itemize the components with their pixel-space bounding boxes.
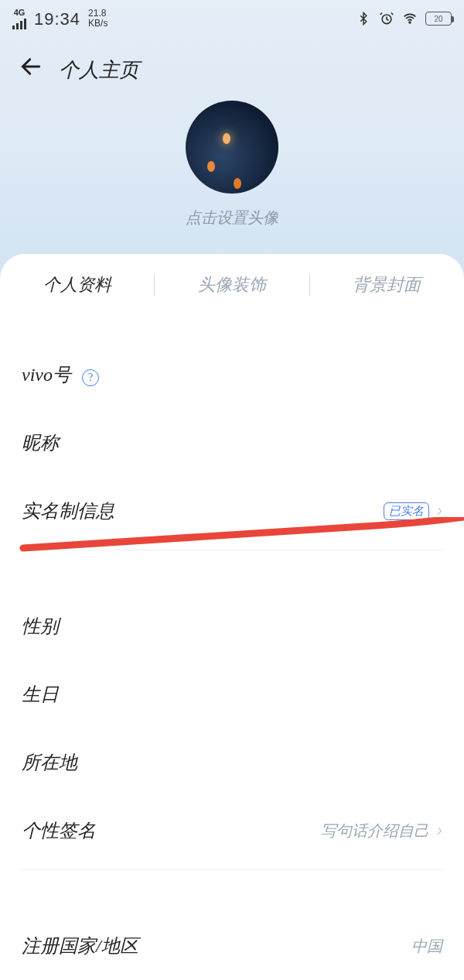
row-vivo-id[interactable]: vivo号 ? [0, 341, 464, 409]
battery-indicator: 20 [425, 12, 452, 26]
back-button[interactable] [19, 54, 43, 85]
avatar[interactable] [186, 101, 278, 194]
chevron-right-icon: › [437, 501, 442, 521]
tab-cover[interactable]: 背景封面 [310, 273, 464, 296]
avatar-section[interactable]: 点击设置头像 [186, 101, 278, 228]
signal-indicator: 4G [12, 9, 26, 29]
title-bar: 个人主页 [0, 46, 464, 93]
chevron-right-icon: › [437, 821, 442, 841]
avatar-hint: 点击设置头像 [186, 207, 278, 228]
birthday-label: 生日 [22, 682, 59, 707]
signature-label: 个性签名 [22, 818, 96, 843]
clock: 19:34 [34, 9, 80, 29]
page-title: 个人主页 [59, 57, 139, 84]
nickname-label: 昵称 [22, 430, 59, 455]
row-signature[interactable]: 个性签名 写句话介绍自己 › [0, 797, 464, 865]
tabs: 个人资料 头像装饰 背景封面 [0, 254, 464, 316]
signature-placeholder: 写句话介绍自己 [321, 821, 429, 841]
row-gender[interactable]: 性别 [0, 592, 464, 660]
tab-profile[interactable]: 个人资料 [0, 273, 154, 296]
realname-badge: 已实名 [384, 502, 429, 520]
row-birthday[interactable]: 生日 [0, 660, 464, 728]
status-bar: 4G 19:34 21.8KB/s 20 [0, 0, 464, 37]
wifi-icon [402, 11, 418, 26]
net-speed: 21.8KB/s [88, 9, 107, 29]
help-icon[interactable]: ? [82, 369, 99, 386]
bluetooth-icon [356, 11, 371, 26]
row-nickname[interactable]: 昵称 [0, 409, 464, 477]
profile-form: vivo号 ? 昵称 实名制信息 已实名 › 性别 生日 所在地 个性签名 写句… [0, 316, 464, 980]
region-value: 中国 [411, 936, 442, 957]
tab-avatar-deco[interactable]: 头像装饰 [155, 273, 309, 296]
location-label: 所在地 [22, 750, 77, 775]
row-realname[interactable]: 实名制信息 已实名 › [0, 477, 464, 545]
realname-label: 实名制信息 [22, 499, 114, 523]
region-label: 注册国家/地区 [22, 934, 138, 958]
gender-label: 性别 [22, 614, 59, 639]
row-region[interactable]: 注册国家/地区 中国 [0, 912, 464, 980]
svg-point-1 [409, 22, 411, 23]
vivo-label: vivo号 [22, 365, 71, 385]
alarm-icon [379, 11, 394, 26]
row-location[interactable]: 所在地 [0, 728, 464, 797]
